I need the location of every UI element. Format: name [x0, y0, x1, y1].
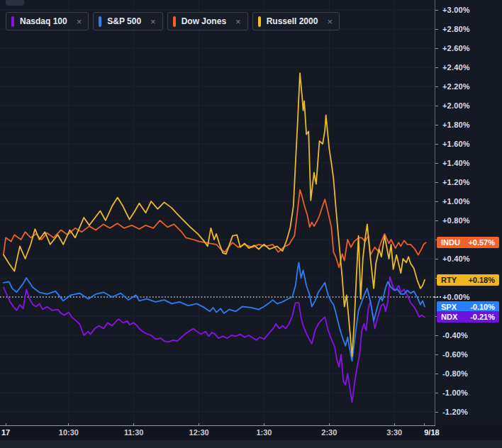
close-icon[interactable]: × — [77, 17, 82, 26]
x-axis-label: 3:30 — [386, 428, 402, 437]
price-axis[interactable]: +3.00%+2.80%+2.60%+2.40%+2.20%+2.00%+1.8… — [435, 0, 502, 425]
legend-chip-label: S&P 500 — [107, 16, 141, 26]
legend: Nasdaq 100 × S&P 500 × Dow Jones × Russe… — [6, 12, 340, 30]
close-icon[interactable]: × — [327, 17, 333, 26]
x-axis-label: 10:30 — [59, 428, 79, 437]
y-axis-label: -0.40% — [442, 330, 468, 340]
comparison-chart-panel: Nasdaq 100 × S&P 500 × Dow Jones × Russe… — [0, 0, 502, 448]
price-label-rty: RTY +0.18% — [437, 274, 499, 286]
price-label-symbol: SPX — [441, 303, 457, 311]
x-axis-tick — [424, 423, 425, 425]
price-axis-border — [435, 0, 435, 425]
price-label-spx: SPX -0.10% — [437, 301, 499, 313]
x-axis-tick — [133, 423, 134, 425]
legend-chip-label: Russell 2000 — [267, 16, 318, 26]
zero-line-axis-extension — [434, 296, 441, 298]
x-axis-label: 1:30 — [256, 428, 272, 437]
legend-chip-label: Dow Jones — [182, 16, 226, 26]
series-color-bar — [11, 16, 14, 27]
y-axis-label: +1.00% — [442, 196, 470, 206]
price-label-change: -0.10% — [470, 303, 495, 311]
x-axis-tick — [394, 423, 395, 425]
legend-chip-russell-2000[interactable]: Russell 2000 × — [252, 12, 340, 30]
price-label-ndx: NDX -0.21% — [437, 311, 499, 323]
time-axis[interactable]: 1710:3011:3012:301:302:303:309/18 — [0, 425, 502, 440]
legend-chip-label: Nasdaq 100 — [20, 16, 67, 26]
series-color-bar — [173, 16, 176, 27]
x-axis-tick — [199, 423, 199, 425]
series-color-bar — [258, 16, 261, 27]
x-axis-label: 17 — [1, 428, 10, 437]
x-axis-tick — [264, 423, 264, 425]
price-label-symbol: RTY — [441, 276, 457, 284]
series-line-ndx — [4, 277, 425, 403]
y-axis-label: +2.60% — [442, 43, 470, 53]
price-label-indu: INDU +0.57% — [437, 237, 499, 248]
legend-chip-nasdaq-100[interactable]: Nasdaq 100 × — [6, 12, 89, 30]
y-axis-label: +2.80% — [442, 24, 470, 34]
x-axis-label: 11:30 — [124, 428, 144, 437]
y-axis-label: +0.40% — [442, 254, 470, 264]
y-axis-label: +2.20% — [442, 82, 470, 91]
time-axis-border — [0, 425, 435, 426]
y-axis-label: +1.20% — [442, 177, 470, 187]
price-label-change: +0.18% — [468, 276, 495, 284]
x-axis-label: 12:30 — [189, 428, 209, 437]
bottom-toolbar-strip — [0, 440, 502, 448]
y-axis-label: +1.80% — [442, 120, 470, 130]
close-icon[interactable]: × — [235, 17, 241, 26]
x-axis-label: 9/18 — [424, 428, 439, 437]
y-axis-label: -0.80% — [442, 369, 468, 379]
price-label-change: +0.57% — [468, 238, 495, 247]
legend-chip-dow-jones[interactable]: Dow Jones × — [167, 12, 248, 30]
price-label-symbol: INDU — [441, 238, 460, 247]
series-color-bar — [99, 16, 101, 27]
x-axis-tick — [68, 423, 69, 425]
y-axis-label: +1.60% — [442, 139, 470, 149]
y-axis-label: +1.40% — [442, 158, 470, 168]
x-axis-tick — [329, 423, 330, 425]
price-label-symbol: NDX — [441, 313, 457, 321]
y-axis-label: -1.20% — [442, 407, 468, 417]
y-axis-label: -1.00% — [442, 388, 468, 398]
y-axis-label: +0.80% — [442, 215, 470, 225]
chart-canvas[interactable] — [0, 0, 435, 425]
y-axis-label: -0.60% — [442, 349, 468, 359]
y-axis-label: +0.00% — [442, 292, 470, 302]
legend-chip-sp-500[interactable]: S&P 500 × — [93, 12, 162, 30]
y-axis-label: +2.40% — [442, 62, 470, 72]
price-label-change: -0.21% — [470, 313, 495, 321]
panel-corner-tab[interactable] — [6, 0, 24, 6]
x-axis-tick — [6, 423, 6, 425]
y-axis-label: +3.00% — [442, 5, 470, 15]
x-axis-label: 2:30 — [321, 428, 337, 437]
close-icon[interactable]: × — [150, 17, 156, 26]
y-axis-label: +2.00% — [442, 101, 470, 111]
